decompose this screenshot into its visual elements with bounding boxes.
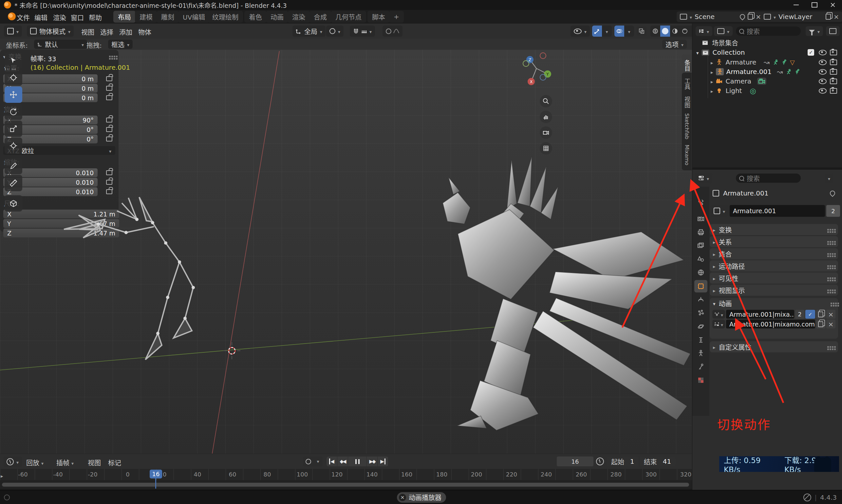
lock-icon[interactable] bbox=[106, 86, 112, 91]
properties-editor-type-button[interactable] bbox=[695, 173, 712, 183]
shading-material-button[interactable] bbox=[670, 26, 680, 36]
character-model[interactable] bbox=[443, 157, 691, 430]
next-keyframe-button[interactable]: ▶◆ bbox=[367, 456, 378, 466]
lock-icon[interactable] bbox=[106, 118, 112, 123]
camera-row[interactable]: Camera bbox=[711, 77, 840, 86]
nav-tab-object[interactable] bbox=[696, 282, 705, 291]
snap-controls[interactable] bbox=[350, 25, 375, 37]
collection-row[interactable]: Collection bbox=[696, 48, 840, 57]
expand-icon[interactable] bbox=[711, 68, 713, 76]
shading-rendered-button[interactable] bbox=[680, 26, 690, 36]
armature-001-row[interactable]: Armature.001 ↝ bbox=[711, 67, 840, 76]
tool-move[interactable] bbox=[4, 87, 22, 103]
new-collection-button[interactable] bbox=[826, 26, 840, 36]
add-workspace-button[interactable]: + bbox=[389, 11, 404, 23]
expand-icon[interactable] bbox=[696, 49, 699, 56]
render-camera-icon[interactable] bbox=[830, 88, 837, 94]
unlink-action-button[interactable] bbox=[826, 310, 836, 319]
workspace-tab-texture-paint[interactable]: 纹理绘制 bbox=[208, 11, 243, 23]
tool-scale[interactable] bbox=[4, 121, 22, 137]
section-relations[interactable]: 关系 bbox=[710, 236, 838, 247]
custom-orientation-dropdown[interactable]: 默认 bbox=[34, 40, 87, 49]
lock-icon[interactable] bbox=[106, 170, 112, 175]
hide-eye-icon[interactable] bbox=[819, 78, 827, 84]
armature-row[interactable]: Armature ↝ ▽ bbox=[711, 58, 840, 67]
workspace-tab-animation[interactable]: 动画 bbox=[266, 11, 288, 23]
section-custom-properties[interactable]: 自定义属性 bbox=[710, 341, 838, 353]
prev-keyframe-button[interactable]: ◆◀ bbox=[337, 456, 348, 466]
pin-icon[interactable] bbox=[739, 13, 746, 21]
outliner-filter-dropdown[interactable] bbox=[806, 26, 823, 36]
nav-tab-physics[interactable] bbox=[696, 322, 705, 331]
unlink-slot-button[interactable] bbox=[826, 320, 836, 328]
render-camera-icon[interactable] bbox=[830, 78, 837, 84]
workspace-tab-geometry-nodes[interactable]: 几何节点 bbox=[331, 11, 366, 23]
users-count-button[interactable]: 2 bbox=[826, 205, 840, 217]
lock-icon[interactable] bbox=[106, 76, 112, 81]
viewport-menu-object[interactable]: 物体 bbox=[138, 27, 151, 37]
outliner-filter-collection[interactable] bbox=[714, 26, 733, 36]
expand-icon[interactable] bbox=[711, 87, 713, 95]
slot-type-dropdown[interactable] bbox=[712, 320, 725, 328]
copy-icon[interactable] bbox=[748, 14, 753, 20]
timeline-track-area[interactable] bbox=[0, 480, 692, 489]
lock-icon[interactable] bbox=[106, 189, 112, 194]
axis-gizmo[interactable]: Z Y X bbox=[513, 50, 555, 87]
maximize-button[interactable] bbox=[805, 0, 824, 10]
animation-header[interactable]: 动画 bbox=[710, 298, 838, 308]
light-row[interactable]: Light ◎ bbox=[711, 86, 840, 95]
tool-select-box[interactable] bbox=[4, 52, 22, 69]
collection-checkbox[interactable] bbox=[808, 49, 814, 56]
menu-help[interactable]: 帮助 bbox=[89, 13, 102, 22]
copy-icon[interactable] bbox=[826, 14, 831, 20]
camera-view-button[interactable] bbox=[540, 126, 552, 139]
timeline-scrollbar[interactable] bbox=[2, 483, 689, 487]
hide-eye-icon[interactable] bbox=[819, 50, 827, 55]
nav-tab-scene[interactable] bbox=[696, 254, 705, 264]
transform-orientation-selector[interactable]: 全局 bbox=[292, 25, 325, 37]
current-frame-field[interactable]: 16 bbox=[557, 456, 593, 466]
timeline-menu-view[interactable]: 视图 bbox=[88, 458, 101, 467]
breadcrumb-object[interactable]: Armature.001 bbox=[723, 189, 768, 197]
hide-eye-icon[interactable] bbox=[819, 59, 827, 65]
viewlayer-selector[interactable]: ViewLayer bbox=[760, 12, 842, 22]
object-type-dropdown[interactable] bbox=[710, 205, 728, 217]
show-gizmo-toggle[interactable] bbox=[592, 25, 602, 37]
pin-icon[interactable] bbox=[829, 190, 837, 197]
xray-toggle[interactable] bbox=[637, 26, 646, 36]
nav-tab-object-data[interactable] bbox=[696, 349, 705, 358]
workspace-tab-layout[interactable]: 布局 bbox=[113, 11, 136, 23]
workspace-tab-scripting[interactable]: 脚本 bbox=[368, 11, 390, 23]
playhead-current-frame[interactable]: 16 bbox=[150, 470, 162, 479]
hide-eye-icon[interactable] bbox=[819, 88, 827, 94]
stopwatch-icon[interactable] bbox=[596, 457, 604, 465]
nav-tab-view-layer[interactable] bbox=[696, 241, 705, 250]
outliner-display-mode[interactable] bbox=[696, 26, 712, 36]
lock-icon[interactable] bbox=[106, 127, 112, 132]
close-button[interactable] bbox=[824, 0, 842, 10]
nav-tab-output[interactable] bbox=[696, 228, 705, 237]
nav-tab-bone[interactable] bbox=[696, 362, 705, 371]
menu-window[interactable]: 窗口 bbox=[71, 13, 84, 22]
nav-tab-texture[interactable] bbox=[696, 376, 705, 385]
lock-icon[interactable] bbox=[106, 137, 112, 142]
viewport-menu-select[interactable]: 选择 bbox=[100, 27, 113, 37]
zoom-button[interactable] bbox=[540, 95, 552, 107]
start-frame-field[interactable]: 起始1 bbox=[607, 456, 639, 466]
blender-menu-icon[interactable] bbox=[8, 13, 16, 20]
render-camera-icon[interactable] bbox=[830, 50, 837, 55]
action-type-dropdown[interactable] bbox=[712, 310, 725, 319]
show-overlays-toggle[interactable] bbox=[614, 25, 624, 37]
nav-tab-tool[interactable] bbox=[696, 198, 705, 207]
lock-icon[interactable] bbox=[106, 95, 112, 100]
proportional-editing-controls[interactable] bbox=[382, 25, 402, 37]
perspective-toggle-button[interactable] bbox=[540, 142, 552, 155]
expand-icon[interactable] bbox=[711, 77, 713, 85]
nav-tab-modifiers[interactable] bbox=[696, 295, 705, 304]
jump-to-start-button[interactable]: ◀ bbox=[326, 456, 337, 466]
section-viewport-display[interactable]: 视图显示 bbox=[710, 285, 838, 296]
sidebar-tab-sketchfab[interactable]: Sketchfab bbox=[682, 110, 692, 143]
overlays-dropdown[interactable] bbox=[624, 25, 634, 37]
tool-measure[interactable] bbox=[4, 175, 22, 191]
channels-expand-icon[interactable] bbox=[1, 472, 3, 480]
